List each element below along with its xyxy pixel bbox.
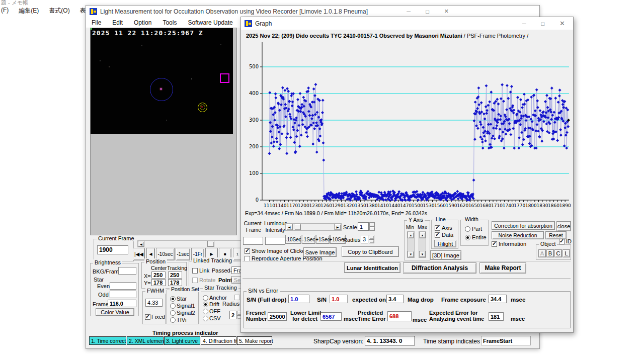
data-point[interactable] [530, 96, 533, 99]
data-point[interactable] [377, 191, 380, 194]
data-point[interactable] [301, 123, 304, 126]
data-point[interactable] [490, 90, 493, 94]
object-l-button[interactable]: L [562, 249, 570, 257]
data-point[interactable] [476, 107, 479, 110]
data-point[interactable] [559, 128, 562, 131]
gw-radius-spinner[interactable] [369, 235, 374, 243]
data-point[interactable] [296, 98, 299, 101]
data-point[interactable] [480, 101, 483, 104]
data-point[interactable] [506, 84, 509, 87]
data-point[interactable] [321, 111, 324, 114]
data-point[interactable] [272, 145, 275, 148]
data-point[interactable] [322, 141, 325, 144]
fwhm-field[interactable]: 4.33 [145, 299, 163, 307]
hilight-button[interactable]: Hilight [434, 240, 456, 247]
data-point[interactable] [556, 139, 559, 142]
drift-radio[interactable] [203, 302, 208, 307]
data-point[interactable] [270, 142, 273, 145]
show-image-checkbox[interactable] [245, 248, 250, 254]
even-field[interactable] [110, 282, 136, 290]
data-point[interactable] [285, 136, 288, 139]
data-point[interactable] [558, 95, 561, 98]
data-point[interactable] [302, 96, 305, 99]
data-point[interactable] [281, 86, 284, 89]
data-point[interactable] [314, 83, 317, 86]
data-point[interactable] [284, 103, 287, 106]
data-point[interactable] [505, 133, 508, 136]
3d-image-button[interactable]: [3D] Image [430, 250, 461, 260]
data-point[interactable] [542, 120, 545, 123]
data-point[interactable] [274, 93, 277, 96]
data-point[interactable] [456, 190, 459, 193]
odd-field[interactable] [110, 291, 136, 298]
menu-item-option[interactable]: Option [128, 19, 157, 26]
sec-button[interactable]: +1Sec [316, 235, 330, 244]
correction-absorption-button[interactable]: Correction for absorption [492, 221, 555, 230]
noise-reduction-button[interactable]: Noise Reduction [492, 231, 544, 239]
spinner-down-icon[interactable] [369, 239, 374, 244]
data-point[interactable] [517, 147, 520, 150]
data-point[interactable] [300, 103, 303, 106]
data-point[interactable] [488, 100, 491, 103]
sharpcap-version-field[interactable]: 4. 1. 13343. 0 [365, 336, 415, 345]
sec-button[interactable]: -10Sec [285, 235, 301, 244]
minimize-icon[interactable]: ─ [407, 9, 411, 15]
graph-titlebar[interactable]: Graph ─ □ ✕ [241, 17, 573, 30]
data-point[interactable] [273, 119, 276, 122]
menu-item-file[interactable]: File [86, 19, 107, 26]
light-curve-chart[interactable]: 0100200300400500111011401170120012301260… [243, 39, 571, 218]
data-point[interactable] [523, 93, 526, 96]
close-icon[interactable]: ✕ [559, 20, 565, 27]
scale-field[interactable]: 1 [358, 222, 369, 231]
star-radio[interactable] [170, 296, 176, 302]
data-point[interactable] [501, 83, 504, 86]
action-make-report[interactable]: Make Report [479, 262, 526, 274]
expected-error-field[interactable]: 181 [489, 312, 504, 321]
data-point[interactable] [516, 96, 519, 99]
anchor-radio[interactable] [203, 295, 208, 301]
main-titlebar[interactable]: Light Measurement tool for Occultation O… [86, 6, 539, 17]
information-checkbox[interactable] [492, 241, 497, 247]
data-point[interactable] [481, 147, 485, 150]
bkg-frame-field[interactable] [118, 267, 136, 275]
spinner-down-icon[interactable] [369, 227, 375, 231]
data-point[interactable] [311, 143, 314, 146]
magdrop-field[interactable]: 3.4 [386, 295, 404, 303]
data-point[interactable] [538, 109, 541, 112]
data-point[interactable] [498, 135, 501, 138]
y-center-field[interactable]: 178 [151, 279, 166, 286]
frame-scrollbar-thumb[interactable] [207, 241, 214, 247]
sn-field[interactable]: 1.0 [330, 295, 348, 303]
data-point[interactable] [540, 140, 543, 143]
y-min-scrollbar[interactable]: ▲ ▼ [407, 231, 415, 258]
frame-exposure-field[interactable]: 34.4 [489, 295, 507, 303]
data-point[interactable] [493, 137, 496, 140]
data-point[interactable] [509, 133, 512, 136]
maximize-icon[interactable]: □ [426, 9, 429, 15]
object-a-button[interactable]: A [538, 249, 546, 257]
data-point[interactable] [278, 147, 281, 150]
data-point[interactable] [535, 88, 538, 92]
frame-scrollbar[interactable]: ◀ [137, 240, 241, 247]
graph-scrollbar-thumb[interactable] [294, 224, 301, 230]
x-tracking-field[interactable]: 250 [168, 272, 182, 279]
transport-button[interactable]: -1sec [176, 248, 190, 260]
tivi-radio[interactable] [170, 317, 176, 323]
data-point[interactable] [519, 98, 522, 101]
fresnel-field[interactable]: 25000 [268, 312, 287, 321]
width-entire-radio[interactable] [465, 235, 470, 240]
tracking-radius-field[interactable]: 2 [229, 311, 236, 319]
menu-item-software-update[interactable]: Software Update [182, 19, 238, 26]
x-center-field[interactable]: 250 [151, 272, 166, 279]
data-point[interactable] [472, 178, 475, 182]
scroll-up-icon[interactable]: ▲ [408, 232, 414, 238]
data-point[interactable] [274, 97, 277, 100]
timestamp-indicates-field[interactable]: FrameStart [481, 336, 531, 345]
notepad-menu-item[interactable]: 編集(E) [19, 7, 39, 15]
data-point[interactable] [299, 92, 302, 95]
y-max-scrollbar[interactable]: ▲ ▼ [419, 231, 426, 258]
data-point[interactable] [513, 147, 516, 150]
scroll-left-icon[interactable]: ◀ [286, 224, 293, 230]
action-lunar-identification[interactable]: Lunar Identification [344, 262, 400, 273]
data-point[interactable] [268, 152, 271, 155]
